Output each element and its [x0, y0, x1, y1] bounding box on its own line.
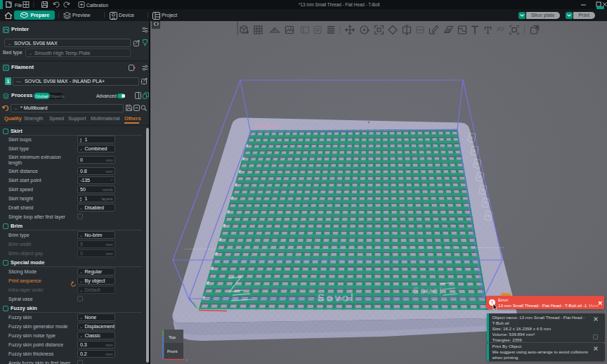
svg-text:A: A [273, 28, 276, 32]
svg-text:Untitled: Untitled [254, 123, 278, 130]
svg-text:x: x [185, 358, 188, 362]
svg-text:Calibration: Calibration [86, 3, 108, 8]
svg-text:Top: Top [169, 334, 176, 339]
svg-text:File: File [15, 3, 22, 8]
svg-text:Front: Front [167, 349, 178, 353]
svg-text:Sovol: Sovol [413, 286, 443, 296]
svg-text:Sovol: Sovol [318, 292, 355, 304]
